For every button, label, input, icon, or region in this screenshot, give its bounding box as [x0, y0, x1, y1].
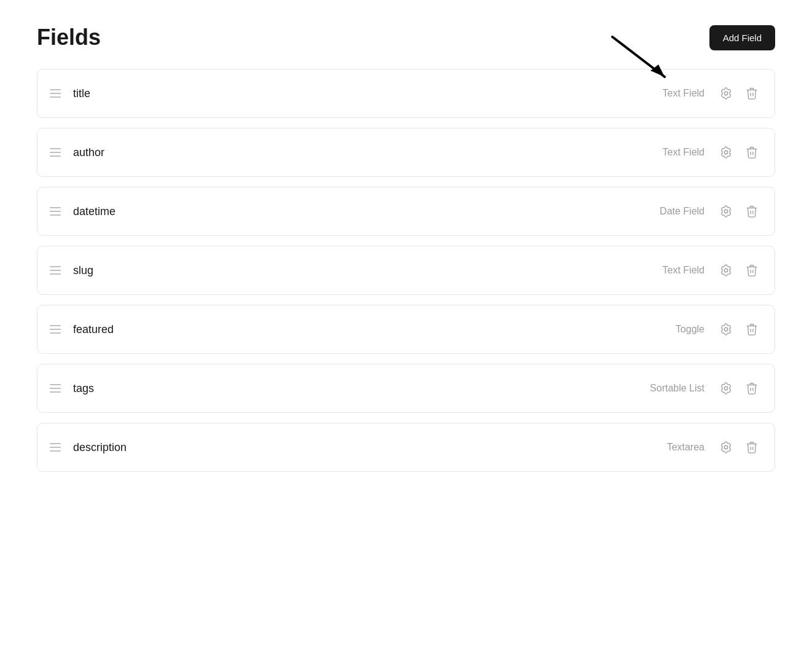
- field-type: Textarea: [667, 442, 705, 453]
- delete-icon: [745, 382, 759, 395]
- delete-button[interactable]: [741, 260, 762, 281]
- svg-point-5: [724, 269, 728, 272]
- field-name: datetime: [73, 205, 660, 218]
- svg-point-8: [724, 445, 728, 449]
- delete-button[interactable]: [741, 378, 762, 399]
- settings-button[interactable]: [716, 260, 736, 281]
- delete-button[interactable]: [741, 83, 762, 104]
- svg-point-4: [724, 210, 728, 213]
- field-name: description: [73, 441, 667, 454]
- settings-icon: [719, 87, 733, 100]
- settings-button[interactable]: [716, 319, 736, 340]
- fields-list: title Text Field: [37, 69, 775, 472]
- drag-handle-icon[interactable]: [50, 325, 61, 334]
- svg-point-7: [724, 386, 728, 390]
- field-actions: [716, 260, 762, 281]
- drag-handle-icon[interactable]: [50, 207, 61, 216]
- settings-icon: [719, 323, 733, 336]
- settings-button[interactable]: [716, 142, 736, 163]
- svg-point-3: [724, 151, 728, 154]
- settings-button[interactable]: [716, 201, 736, 222]
- page-header: Fields Add Field: [37, 25, 775, 50]
- field-name: featured: [73, 323, 676, 336]
- field-row: datetime Date Field: [37, 187, 775, 236]
- field-type: Text Field: [663, 265, 705, 276]
- settings-button[interactable]: [716, 378, 736, 399]
- drag-handle-icon[interactable]: [50, 266, 61, 275]
- drag-handle-icon[interactable]: [50, 89, 61, 98]
- settings-button[interactable]: [716, 437, 736, 458]
- field-name: slug: [73, 264, 663, 277]
- settings-button[interactable]: [716, 83, 736, 104]
- field-actions: [716, 378, 762, 399]
- field-type: Text Field: [663, 147, 705, 158]
- field-type: Text Field: [663, 88, 705, 99]
- field-actions: [716, 142, 762, 163]
- settings-icon: [719, 146, 733, 159]
- page-title: Fields: [37, 25, 101, 50]
- drag-handle-icon[interactable]: [50, 148, 61, 157]
- drag-handle-icon[interactable]: [50, 443, 61, 452]
- delete-button[interactable]: [741, 201, 762, 222]
- field-actions: [716, 437, 762, 458]
- field-type: Sortable List: [650, 383, 705, 394]
- field-name: title: [73, 87, 663, 100]
- field-name: tags: [73, 382, 650, 395]
- delete-button[interactable]: [741, 319, 762, 340]
- delete-icon: [745, 87, 759, 100]
- delete-icon: [745, 441, 759, 454]
- add-field-button[interactable]: Add Field: [709, 25, 775, 50]
- field-row: featured Toggle: [37, 305, 775, 354]
- field-actions: [716, 319, 762, 340]
- field-row: title Text Field: [37, 69, 775, 118]
- field-row: description Textarea: [37, 423, 775, 472]
- field-type: Date Field: [660, 206, 705, 217]
- field-row: tags Sortable List: [37, 364, 775, 413]
- settings-icon: [719, 264, 733, 277]
- settings-icon: [719, 205, 733, 218]
- delete-icon: [745, 146, 759, 159]
- field-type: Toggle: [676, 324, 705, 335]
- field-actions: [716, 83, 762, 104]
- settings-icon: [719, 382, 733, 395]
- field-name: author: [73, 146, 663, 159]
- field-row: slug Text Field: [37, 246, 775, 295]
- delete-button[interactable]: [741, 142, 762, 163]
- svg-point-6: [724, 328, 728, 331]
- svg-point-2: [724, 92, 728, 95]
- field-actions: [716, 201, 762, 222]
- delete-button[interactable]: [741, 437, 762, 458]
- delete-icon: [745, 323, 759, 336]
- settings-icon: [719, 441, 733, 454]
- delete-icon: [745, 264, 759, 277]
- delete-icon: [745, 205, 759, 218]
- drag-handle-icon[interactable]: [50, 384, 61, 393]
- field-row: author Text Field: [37, 128, 775, 177]
